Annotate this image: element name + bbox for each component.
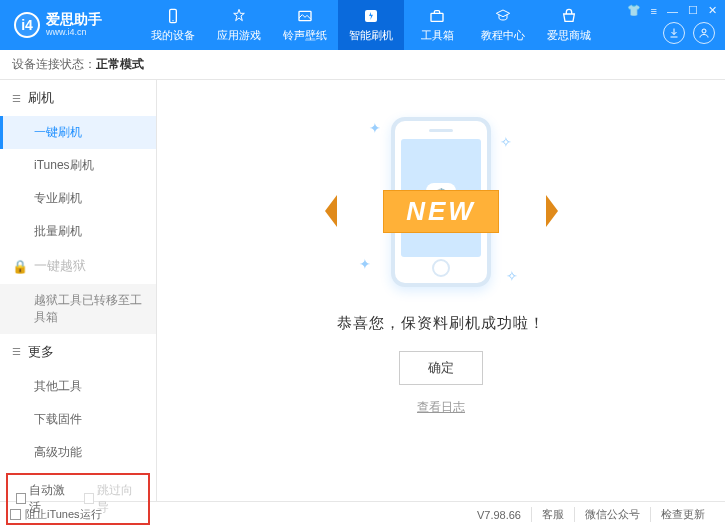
sidebar-group-jailbreak: 🔒 一键越狱: [0, 248, 156, 284]
skin-icon[interactable]: 👕: [627, 4, 641, 17]
window-controls: 👕 ≡ — ☐ ✕: [627, 4, 717, 17]
sidebar-group-flash[interactable]: ☰ 刷机: [0, 80, 156, 116]
connection-status-bar: 设备连接状态： 正常模式: [0, 50, 725, 80]
sidebar-group-more[interactable]: ☰ 更多: [0, 334, 156, 370]
close-icon[interactable]: ✕: [708, 4, 717, 17]
sidebar-item-download-firmware[interactable]: 下载固件: [0, 403, 156, 436]
checkbox-icon: [84, 493, 94, 504]
group-label: 刷机: [28, 89, 54, 107]
nav-ringtones[interactable]: 铃声壁纸: [272, 0, 338, 50]
ok-button[interactable]: 确定: [399, 351, 483, 385]
lock-icon: 🔒: [12, 259, 28, 274]
sidebar-item-jailbreak-note: 越狱工具已转移至工具箱: [0, 284, 156, 334]
svg-point-1: [172, 20, 173, 21]
sidebar-item-pro-flash[interactable]: 专业刷机: [0, 182, 156, 215]
nav-label: 爱思商城: [547, 28, 591, 43]
nav-tutorials[interactable]: 教程中心: [470, 0, 536, 50]
status-value: 正常模式: [96, 56, 144, 73]
sidebar: ☰ 刷机 一键刷机 iTunes刷机 专业刷机 批量刷机 🔒 一键越狱 越狱工具…: [0, 80, 157, 501]
sidebar-item-advanced[interactable]: 高级功能: [0, 436, 156, 469]
success-message: 恭喜您，保资料刷机成功啦！: [337, 314, 545, 333]
app-title: 爱思助手: [46, 12, 102, 27]
image-icon: [296, 7, 314, 25]
device-icon: [164, 7, 182, 25]
nav-flash[interactable]: 智能刷机: [338, 0, 404, 50]
titlebar: i4 爱思助手 www.i4.cn 我的设备 应用游戏 铃声壁纸 智能刷机 工具…: [0, 0, 725, 50]
logo-block: i4 爱思助手 www.i4.cn: [0, 12, 140, 38]
footer-link-update[interactable]: 检查更新: [650, 507, 715, 522]
apps-icon: [230, 7, 248, 25]
minimize-icon[interactable]: —: [667, 5, 678, 17]
nav-label: 智能刷机: [349, 28, 393, 43]
checkbox-icon: [16, 493, 26, 504]
top-nav: 我的设备 应用游戏 铃声壁纸 智能刷机 工具箱 教程中心 爱思商城: [140, 0, 602, 50]
sidebar-item-other-tools[interactable]: 其他工具: [0, 370, 156, 403]
checkbox-skip-setup: 跳过向导: [84, 482, 140, 516]
flash-options-box: 自动激活 跳过向导: [6, 473, 150, 525]
chevron-icon: ☰: [12, 346, 21, 357]
chevron-icon: ☰: [12, 93, 21, 104]
sidebar-item-oneclick-flash[interactable]: 一键刷机: [0, 116, 156, 149]
flash-icon: [362, 7, 380, 25]
group-label: 更多: [28, 343, 54, 361]
svg-point-5: [702, 29, 706, 33]
nav-apps[interactable]: 应用游戏: [206, 0, 272, 50]
app-url: www.i4.cn: [46, 28, 102, 38]
nav-label: 我的设备: [151, 28, 195, 43]
checkbox-auto-activate[interactable]: 自动激活: [16, 482, 72, 516]
status-prefix: 设备连接状态：: [12, 56, 96, 73]
nav-label: 工具箱: [421, 28, 454, 43]
svg-rect-4: [431, 13, 443, 21]
nav-label: 教程中心: [481, 28, 525, 43]
tutorial-icon: [494, 7, 512, 25]
toolbox-icon: [428, 7, 446, 25]
success-illustration: ✦ ✧ ✦ ✧ 🛡️ NEW: [329, 112, 554, 292]
user-button[interactable]: [693, 22, 715, 44]
main-content: ✦ ✧ ✦ ✧ 🛡️ NEW 恭喜您，保资料刷机成功啦！ 确定 查看日志: [157, 80, 725, 501]
footer-link-support[interactable]: 客服: [531, 507, 574, 522]
sidebar-item-batch-flash[interactable]: 批量刷机: [0, 215, 156, 248]
version-label: V7.98.66: [467, 509, 531, 521]
nav-toolbox[interactable]: 工具箱: [404, 0, 470, 50]
menu-icon[interactable]: ≡: [651, 5, 657, 17]
new-ribbon: NEW: [383, 190, 499, 233]
group-label: 一键越狱: [34, 257, 86, 275]
maximize-icon[interactable]: ☐: [688, 4, 698, 17]
view-log-link[interactable]: 查看日志: [417, 399, 465, 416]
sidebar-item-itunes-flash[interactable]: iTunes刷机: [0, 149, 156, 182]
footer-link-wechat[interactable]: 微信公众号: [574, 507, 650, 522]
download-button[interactable]: [663, 22, 685, 44]
nav-label: 铃声壁纸: [283, 28, 327, 43]
nav-store[interactable]: 爱思商城: [536, 0, 602, 50]
store-icon: [560, 7, 578, 25]
nav-my-device[interactable]: 我的设备: [140, 0, 206, 50]
nav-label: 应用游戏: [217, 28, 261, 43]
logo-icon: i4: [14, 12, 40, 38]
